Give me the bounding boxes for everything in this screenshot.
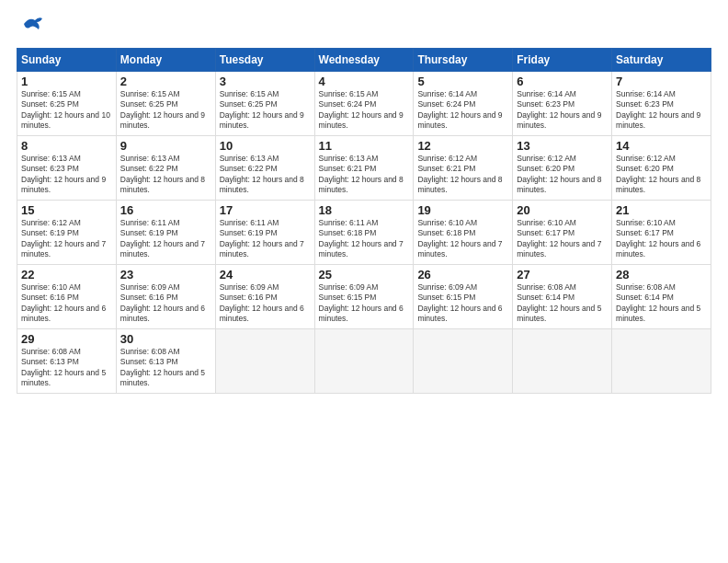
day-info: Sunrise: 6:14 AMSunset: 6:23 PMDaylight:… <box>517 89 608 132</box>
calendar-day: 7 Sunrise: 6:14 AMSunset: 6:23 PMDayligh… <box>612 72 711 136</box>
day-number: 17 <box>220 203 311 217</box>
calendar-day: 25 Sunrise: 6:09 AMSunset: 6:15 PMDaylig… <box>314 265 414 329</box>
header <box>17 15 711 39</box>
calendar-day <box>314 329 414 394</box>
day-info: Sunrise: 6:14 AMSunset: 6:23 PMDaylight:… <box>616 89 707 132</box>
day-info: Sunrise: 6:09 AMSunset: 6:16 PMDaylight:… <box>120 282 211 325</box>
day-number: 16 <box>120 203 211 217</box>
day-info: Sunrise: 6:15 AMSunset: 6:25 PMDaylight:… <box>21 89 112 132</box>
day-info: Sunrise: 6:15 AMSunset: 6:25 PMDaylight:… <box>220 89 311 132</box>
calendar-day: 10 Sunrise: 6:13 AMSunset: 6:22 PMDaylig… <box>215 136 314 201</box>
calendar-day: 28 Sunrise: 6:08 AMSunset: 6:14 PMDaylig… <box>612 265 711 329</box>
day-info: Sunrise: 6:11 AMSunset: 6:18 PMDaylight:… <box>319 218 410 260</box>
calendar-day: 18 Sunrise: 6:11 AMSunset: 6:18 PMDaylig… <box>314 201 414 265</box>
calendar-day: 6 Sunrise: 6:14 AMSunset: 6:23 PMDayligh… <box>513 72 612 136</box>
calendar: SundayMondayTuesdayWednesdayThursdayFrid… <box>17 48 711 394</box>
calendar-week-row: 15 Sunrise: 6:12 AMSunset: 6:19 PMDaylig… <box>17 201 711 265</box>
weekday-header-monday: Monday <box>116 49 215 72</box>
day-info: Sunrise: 6:10 AMSunset: 6:16 PMDaylight:… <box>21 282 112 325</box>
calendar-day: 17 Sunrise: 6:11 AMSunset: 6:19 PMDaylig… <box>215 201 314 265</box>
day-number: 15 <box>21 203 112 217</box>
day-number: 21 <box>616 203 707 217</box>
calendar-day: 22 Sunrise: 6:10 AMSunset: 6:16 PMDaylig… <box>17 265 117 329</box>
calendar-day: 9 Sunrise: 6:13 AMSunset: 6:22 PMDayligh… <box>116 136 215 201</box>
day-number: 7 <box>616 75 707 88</box>
calendar-day: 13 Sunrise: 6:12 AMSunset: 6:20 PMDaylig… <box>513 136 612 201</box>
day-number: 30 <box>120 332 211 346</box>
calendar-day: 8 Sunrise: 6:13 AMSunset: 6:23 PMDayligh… <box>17 136 117 201</box>
day-info: Sunrise: 6:10 AMSunset: 6:17 PMDaylight:… <box>517 218 608 260</box>
calendar-day: 16 Sunrise: 6:11 AMSunset: 6:19 PMDaylig… <box>116 201 215 265</box>
day-number: 27 <box>517 268 608 282</box>
calendar-day: 2 Sunrise: 6:15 AMSunset: 6:25 PMDayligh… <box>116 72 215 136</box>
day-number: 8 <box>21 139 112 153</box>
day-info: Sunrise: 6:12 AMSunset: 6:19 PMDaylight:… <box>21 218 112 260</box>
calendar-day: 11 Sunrise: 6:13 AMSunset: 6:21 PMDaylig… <box>314 136 414 201</box>
calendar-day <box>414 329 513 394</box>
calendar-header-row: SundayMondayTuesdayWednesdayThursdayFrid… <box>17 49 711 72</box>
calendar-day: 26 Sunrise: 6:09 AMSunset: 6:15 PMDaylig… <box>414 265 513 329</box>
weekday-header-thursday: Thursday <box>414 49 513 72</box>
day-number: 11 <box>319 139 410 153</box>
calendar-day: 20 Sunrise: 6:10 AMSunset: 6:17 PMDaylig… <box>513 201 612 265</box>
day-number: 9 <box>120 139 211 153</box>
day-number: 4 <box>319 75 410 88</box>
calendar-day: 5 Sunrise: 6:14 AMSunset: 6:24 PMDayligh… <box>414 72 513 136</box>
calendar-day: 19 Sunrise: 6:10 AMSunset: 6:18 PMDaylig… <box>414 201 513 265</box>
calendar-day <box>513 329 612 394</box>
logo <box>17 15 42 39</box>
day-number: 18 <box>319 203 410 217</box>
day-info: Sunrise: 6:12 AMSunset: 6:21 PMDaylight:… <box>417 154 508 196</box>
page: SundayMondayTuesdayWednesdayThursdayFrid… <box>0 0 728 563</box>
day-info: Sunrise: 6:12 AMSunset: 6:20 PMDaylight:… <box>616 154 707 196</box>
logo-bird-icon <box>22 15 42 31</box>
day-info: Sunrise: 6:11 AMSunset: 6:19 PMDaylight:… <box>120 218 211 260</box>
day-info: Sunrise: 6:13 AMSunset: 6:22 PMDaylight:… <box>220 154 311 196</box>
calendar-week-row: 29 Sunrise: 6:08 AMSunset: 6:13 PMDaylig… <box>17 329 711 394</box>
day-info: Sunrise: 6:15 AMSunset: 6:25 PMDaylight:… <box>120 89 211 132</box>
day-info: Sunrise: 6:08 AMSunset: 6:13 PMDaylight:… <box>21 347 112 389</box>
day-number: 5 <box>417 75 508 88</box>
day-number: 26 <box>417 268 508 282</box>
day-info: Sunrise: 6:13 AMSunset: 6:23 PMDaylight:… <box>21 154 112 196</box>
day-info: Sunrise: 6:13 AMSunset: 6:22 PMDaylight:… <box>120 154 211 196</box>
day-info: Sunrise: 6:08 AMSunset: 6:13 PMDaylight:… <box>120 347 211 389</box>
calendar-day: 1 Sunrise: 6:15 AMSunset: 6:25 PMDayligh… <box>17 72 117 136</box>
day-number: 25 <box>319 268 410 282</box>
day-info: Sunrise: 6:08 AMSunset: 6:14 PMDaylight:… <box>616 282 707 325</box>
calendar-day <box>215 329 314 394</box>
day-number: 2 <box>120 75 211 88</box>
calendar-week-row: 8 Sunrise: 6:13 AMSunset: 6:23 PMDayligh… <box>17 136 711 201</box>
calendar-day: 21 Sunrise: 6:10 AMSunset: 6:17 PMDaylig… <box>612 201 711 265</box>
day-number: 29 <box>21 332 112 346</box>
day-info: Sunrise: 6:09 AMSunset: 6:16 PMDaylight:… <box>220 282 311 325</box>
day-info: Sunrise: 6:08 AMSunset: 6:14 PMDaylight:… <box>517 282 608 325</box>
day-info: Sunrise: 6:09 AMSunset: 6:15 PMDaylight:… <box>417 282 508 325</box>
calendar-day: 14 Sunrise: 6:12 AMSunset: 6:20 PMDaylig… <box>612 136 711 201</box>
calendar-day: 23 Sunrise: 6:09 AMSunset: 6:16 PMDaylig… <box>116 265 215 329</box>
weekday-header-tuesday: Tuesday <box>215 49 314 72</box>
calendar-day: 27 Sunrise: 6:08 AMSunset: 6:14 PMDaylig… <box>513 265 612 329</box>
day-number: 23 <box>120 268 211 282</box>
weekday-header-saturday: Saturday <box>612 49 711 72</box>
day-number: 14 <box>616 139 707 153</box>
day-number: 13 <box>517 139 608 153</box>
calendar-day: 24 Sunrise: 6:09 AMSunset: 6:16 PMDaylig… <box>215 265 314 329</box>
day-info: Sunrise: 6:10 AMSunset: 6:18 PMDaylight:… <box>417 218 508 260</box>
day-info: Sunrise: 6:14 AMSunset: 6:24 PMDaylight:… <box>417 89 508 132</box>
calendar-day: 30 Sunrise: 6:08 AMSunset: 6:13 PMDaylig… <box>116 329 215 394</box>
day-number: 22 <box>21 268 112 282</box>
day-info: Sunrise: 6:10 AMSunset: 6:17 PMDaylight:… <box>616 218 707 260</box>
day-number: 20 <box>517 203 608 217</box>
day-number: 28 <box>616 268 707 282</box>
day-number: 1 <box>21 75 112 88</box>
calendar-day: 29 Sunrise: 6:08 AMSunset: 6:13 PMDaylig… <box>17 329 117 394</box>
day-number: 19 <box>417 203 508 217</box>
weekday-header-wednesday: Wednesday <box>314 49 414 72</box>
day-number: 12 <box>417 139 508 153</box>
calendar-day: 4 Sunrise: 6:15 AMSunset: 6:24 PMDayligh… <box>314 72 414 136</box>
day-number: 6 <box>517 75 608 88</box>
calendar-day <box>612 329 711 394</box>
day-number: 10 <box>220 139 311 153</box>
calendar-day: 15 Sunrise: 6:12 AMSunset: 6:19 PMDaylig… <box>17 201 117 265</box>
